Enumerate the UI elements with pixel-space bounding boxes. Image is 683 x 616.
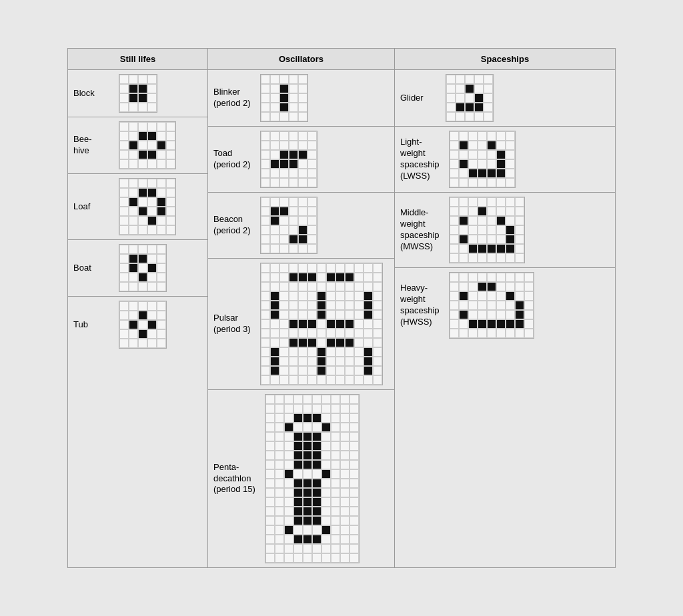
grid-cell [326, 282, 335, 291]
grid-cell [289, 273, 298, 282]
grid-cell [157, 329, 166, 339]
grid-cell [119, 311, 129, 320]
grid-cell [279, 263, 289, 273]
grid-cell [270, 225, 279, 235]
pattern-label-toad: Toad(period 2) [208, 144, 256, 175]
grid-cell [138, 141, 147, 150]
grid-cell [303, 469, 312, 479]
grid-cell [298, 141, 307, 150]
still-lifes-header: Still lifes [68, 49, 207, 70]
grid-cell [279, 75, 289, 84]
grid-cell [468, 197, 478, 207]
grid-cell [468, 225, 478, 235]
grid-cell [459, 235, 468, 244]
grid-cell [298, 338, 307, 347]
grid-cell [298, 197, 307, 207]
grid-cell [354, 273, 364, 282]
grid-cell [450, 159, 459, 169]
pattern-grid-loaf [115, 174, 180, 239]
grid-cell [147, 179, 157, 188]
grid-cell [456, 84, 465, 93]
grid-cell [350, 553, 359, 563]
grid-cell [279, 84, 289, 93]
grid-cell [119, 197, 129, 207]
grid-cell [496, 159, 506, 169]
grid-cell [373, 282, 382, 291]
grid-cell [298, 375, 307, 385]
grid-cell [303, 553, 312, 563]
grid-cell [317, 338, 326, 347]
grid-cell [496, 235, 506, 244]
grid-cell [450, 301, 459, 310]
grid-cell [459, 310, 468, 319]
grid-cell [138, 216, 147, 225]
grid-cell [261, 131, 270, 141]
grid-cell [515, 273, 524, 282]
grid-cell [157, 273, 166, 282]
grid-cell [515, 291, 524, 301]
grid-cell [459, 178, 468, 187]
grid-cell [307, 310, 317, 319]
grid-cell [261, 159, 270, 169]
grid-cell [265, 488, 275, 497]
grid-cell [293, 535, 303, 544]
grid-cell [138, 131, 147, 141]
grid-cell [487, 141, 496, 150]
grid-cell [119, 245, 129, 254]
grid-cell [515, 216, 524, 225]
grid-cell [289, 131, 298, 141]
grid-cell [515, 207, 524, 216]
grid-cell [478, 301, 487, 310]
grid-cell [138, 320, 147, 329]
grid-cell [317, 319, 326, 329]
grid-cell [307, 301, 317, 310]
grid-cell [307, 263, 317, 273]
grid-cell [293, 488, 303, 497]
grid-cell [468, 235, 478, 244]
grid-cell [350, 544, 359, 553]
grid-cell [166, 150, 175, 159]
pattern-row-toad: Toad(period 2) [208, 127, 394, 193]
grid-cell [307, 225, 317, 235]
grid-cell [335, 310, 345, 319]
grid-cell [331, 525, 340, 535]
grid-cell [340, 469, 350, 479]
grid-cell [275, 497, 284, 507]
grid-cell [166, 159, 175, 169]
grid-cell [261, 357, 270, 366]
grid-cell [279, 282, 289, 291]
grid-cell [307, 235, 317, 244]
grid-cell [364, 310, 373, 319]
grid-cell [279, 357, 289, 366]
grid-cell [166, 216, 175, 225]
grid-cell [506, 235, 515, 244]
grid-cell [307, 150, 317, 159]
grid-cell [321, 544, 331, 553]
grid-cell [129, 339, 138, 348]
grid-cell [478, 235, 487, 244]
grid-cell [312, 544, 321, 553]
grid-cell [331, 535, 340, 544]
pattern-grid-mwss [445, 193, 529, 267]
grid-cell [456, 112, 465, 121]
pattern-label-pentadecathlon: Penta-decathlon(period 15) [208, 458, 261, 500]
grid-cell [468, 310, 478, 319]
grid-cell [459, 273, 468, 282]
grid-cell [261, 310, 270, 319]
grid-cell [506, 216, 515, 225]
grid-cell [350, 535, 359, 544]
grid-cell [354, 291, 364, 301]
grid-cell [261, 338, 270, 347]
grid-cell [147, 216, 157, 225]
grid-cell [119, 93, 129, 103]
grid-cell [364, 375, 373, 385]
grid-cell [331, 497, 340, 507]
grid-cell [303, 507, 312, 516]
grid-cell [331, 423, 340, 432]
grid-cell [487, 159, 496, 169]
grid-cell [298, 301, 307, 310]
grid-cell [307, 197, 317, 207]
grid-cell [307, 207, 317, 216]
grid-cell [119, 159, 129, 169]
grid-cell [265, 544, 275, 553]
